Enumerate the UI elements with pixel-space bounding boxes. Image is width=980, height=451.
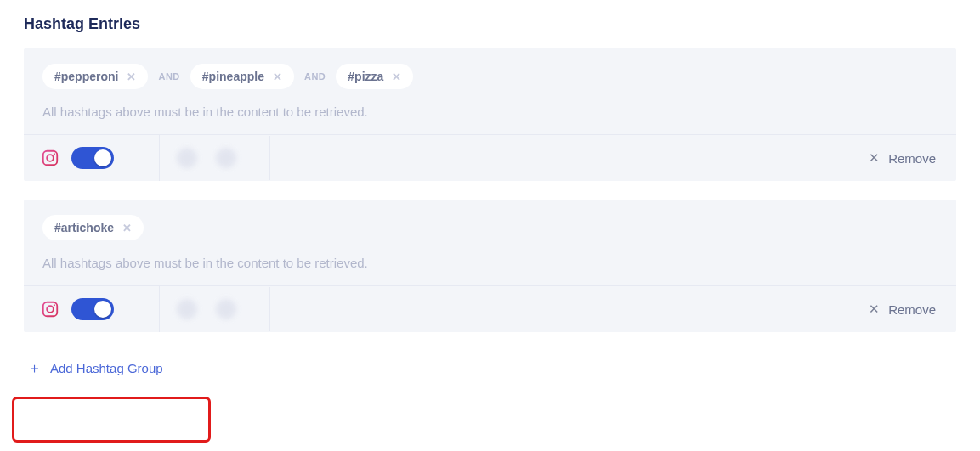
- hashtag-chip[interactable]: #pizza ✕: [336, 64, 413, 89]
- group-hint: All hashtags above must be in the conten…: [24, 98, 956, 134]
- blurred-icon: [216, 299, 236, 319]
- hashtag-chip[interactable]: #pepperoni ✕: [42, 64, 148, 89]
- controls-row: ✕ Remove: [24, 134, 956, 181]
- remove-group-button[interactable]: ✕ Remove: [848, 138, 956, 178]
- svg-point-4: [47, 306, 54, 313]
- hashtag-group: #pepperoni ✕ AND #pineapple ✕ AND #pizza…: [24, 48, 956, 181]
- remove-tag-icon[interactable]: ✕: [127, 71, 136, 82]
- and-operator: AND: [158, 71, 179, 82]
- blurred-controls: [160, 136, 270, 180]
- remove-tag-icon[interactable]: ✕: [122, 223, 132, 234]
- remove-label: Remove: [888, 302, 936, 317]
- annotation-highlight: [12, 397, 211, 443]
- hashtag-text: #pepperoni: [54, 70, 118, 83]
- hashtag-chip[interactable]: #pineapple ✕: [190, 64, 294, 89]
- blurred-icon: [177, 148, 197, 168]
- svg-point-5: [54, 304, 55, 306]
- svg-point-2: [54, 153, 55, 155]
- svg-rect-3: [43, 302, 58, 317]
- instagram-icon: [41, 149, 59, 167]
- remove-tag-icon[interactable]: ✕: [392, 71, 401, 82]
- svg-point-1: [47, 155, 54, 161]
- platform-toggle[interactable]: [71, 298, 114, 320]
- blurred-icon: [216, 148, 236, 168]
- hashtag-group: #artichoke ✕ All hashtags above must be …: [24, 200, 956, 332]
- close-icon: ✕: [869, 302, 880, 317]
- instagram-icon: [41, 300, 59, 319]
- hashtag-text: #artichoke: [54, 221, 114, 234]
- tag-row: #pepperoni ✕ AND #pineapple ✕ AND #pizza…: [24, 48, 956, 98]
- controls-row: ✕ Remove: [24, 285, 956, 332]
- hashtag-text: #pizza: [348, 70, 383, 83]
- section-title: Hashtag Entries: [24, 15, 956, 33]
- hashtag-chip[interactable]: #artichoke ✕: [42, 215, 144, 240]
- platform-toggle[interactable]: [71, 147, 114, 169]
- blurred-controls: [160, 287, 270, 331]
- tag-row: #artichoke ✕: [24, 200, 956, 249]
- plus-icon: ＋: [27, 361, 42, 375]
- blurred-icon: [177, 299, 197, 319]
- add-group-label: Add Hashtag Group: [50, 361, 163, 375]
- add-hashtag-group-button[interactable]: ＋ Add Hashtag Group: [24, 351, 167, 386]
- and-operator: AND: [304, 71, 326, 82]
- hashtag-text: #pineapple: [202, 70, 264, 83]
- svg-rect-0: [43, 151, 58, 166]
- remove-group-button[interactable]: ✕ Remove: [848, 290, 956, 329]
- remove-tag-icon[interactable]: ✕: [273, 71, 282, 82]
- close-icon: ✕: [869, 150, 880, 166]
- group-hint: All hashtags above must be in the conten…: [24, 249, 956, 285]
- remove-label: Remove: [888, 151, 936, 166]
